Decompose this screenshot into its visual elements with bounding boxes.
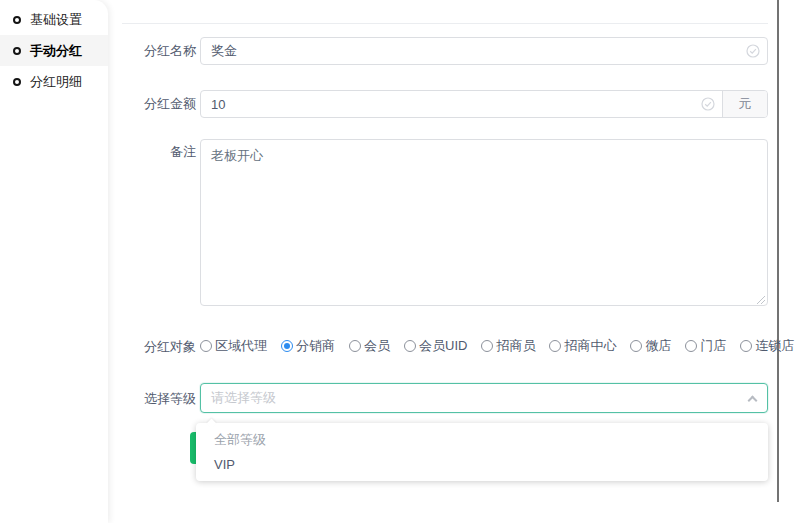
level-select[interactable]: 请选择等级 xyxy=(200,383,768,413)
dropdown-option-all-levels[interactable]: 全部等级 xyxy=(196,427,768,452)
radio-label: 门店 xyxy=(700,337,726,355)
target-field-label: 分红对象 xyxy=(120,339,196,354)
radio-option-member[interactable]: 会员 xyxy=(349,337,390,355)
radio-icon xyxy=(630,340,642,352)
radio-label: 招商员 xyxy=(496,337,535,355)
amount-unit-suffix: 元 xyxy=(722,91,767,117)
sidebar-item-label: 基础设置 xyxy=(30,11,82,29)
level-select-dropdown: 全部等级 VIP xyxy=(196,423,768,481)
content-top-divider xyxy=(122,23,768,24)
chevron-up-icon xyxy=(748,396,758,406)
window-edge-line xyxy=(777,0,779,502)
sidebar: 基础设置 手动分红 分红明细 xyxy=(0,0,108,523)
radio-option-chain-store[interactable]: 连锁店 xyxy=(740,337,794,355)
radio-icon xyxy=(740,340,752,352)
level-select-placeholder: 请选择等级 xyxy=(211,389,276,407)
remark-textarea[interactable]: 老板开心 xyxy=(200,139,768,306)
sidebar-item-label: 分红明细 xyxy=(30,73,82,91)
radio-label: 招商中心 xyxy=(564,337,616,355)
radio-icon xyxy=(685,340,697,352)
dividend-amount-input[interactable] xyxy=(201,91,722,117)
manual-dividend-page: 基础设置 手动分红 分红明细 分红名称 分红金额 元 备注 老板开心 分红对象 xyxy=(0,0,795,523)
radio-label: 微店 xyxy=(645,337,671,355)
level-field-label: 选择等级 xyxy=(120,384,196,414)
radio-icon xyxy=(404,340,416,352)
radio-checked-icon xyxy=(281,340,293,352)
radio-icon xyxy=(481,340,493,352)
radio-icon xyxy=(200,340,212,352)
radio-option-recruit-center[interactable]: 招商中心 xyxy=(549,337,616,355)
dividend-target-radio-group: 区域代理 分销商 会员 会员UID 招商员 招商中心 微店 门店 xyxy=(200,337,775,355)
radio-option-regional-agent[interactable]: 区域代理 xyxy=(200,337,267,355)
radio-label: 连锁店 xyxy=(755,337,794,355)
sidebar-item-basic-settings[interactable]: 基础设置 xyxy=(0,4,108,35)
radio-option-micro-store[interactable]: 微店 xyxy=(630,337,671,355)
dropdown-option-vip[interactable]: VIP xyxy=(196,452,768,477)
sidebar-item-dividend-detail[interactable]: 分红明细 xyxy=(0,66,108,97)
amount-field-label: 分红金额 xyxy=(120,90,196,118)
dividend-amount-group: 元 xyxy=(200,90,768,118)
sidebar-item-manual-dividend[interactable]: 手动分红 xyxy=(0,35,108,66)
sidebar-item-label: 手动分红 xyxy=(30,42,82,60)
radio-label: 会员UID xyxy=(419,337,467,355)
dividend-name-input[interactable] xyxy=(200,37,768,65)
circle-outline-icon xyxy=(13,78,21,86)
remark-field-label: 备注 xyxy=(120,142,196,162)
radio-option-distributor[interactable]: 分销商 xyxy=(281,337,335,355)
circle-outline-icon xyxy=(13,47,21,55)
radio-option-store[interactable]: 门店 xyxy=(685,337,726,355)
name-field-label: 分红名称 xyxy=(120,37,196,65)
radio-option-recruiter[interactable]: 招商员 xyxy=(481,337,535,355)
radio-icon xyxy=(549,340,561,352)
radio-icon xyxy=(349,340,361,352)
circle-outline-icon xyxy=(13,16,21,24)
radio-option-member-uid[interactable]: 会员UID xyxy=(404,337,467,355)
radio-label: 会员 xyxy=(364,337,390,355)
radio-label: 区域代理 xyxy=(215,337,267,355)
radio-label: 分销商 xyxy=(296,337,335,355)
